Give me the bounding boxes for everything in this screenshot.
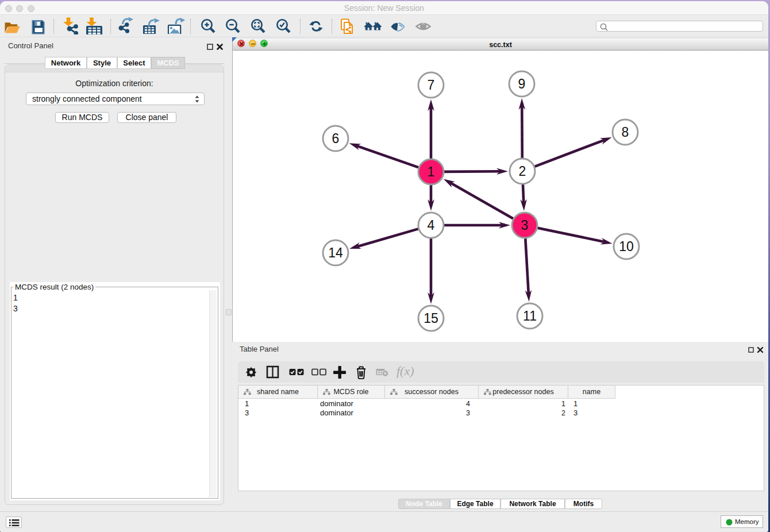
svg-text:11: 11	[523, 309, 537, 323]
svg-text:3: 3	[521, 218, 529, 233]
svg-text:6: 6	[332, 131, 340, 146]
svg-text:15: 15	[424, 311, 438, 326]
svg-text:14: 14	[328, 245, 343, 260]
svg-text:8: 8	[622, 125, 629, 140]
svg-text:7: 7	[428, 78, 435, 92]
svg-text:4: 4	[428, 218, 435, 233]
svg-text:2: 2	[519, 164, 526, 179]
svg-text:1: 1	[428, 164, 435, 179]
svg-text:10: 10	[619, 239, 634, 254]
svg-text:9: 9	[518, 76, 526, 91]
